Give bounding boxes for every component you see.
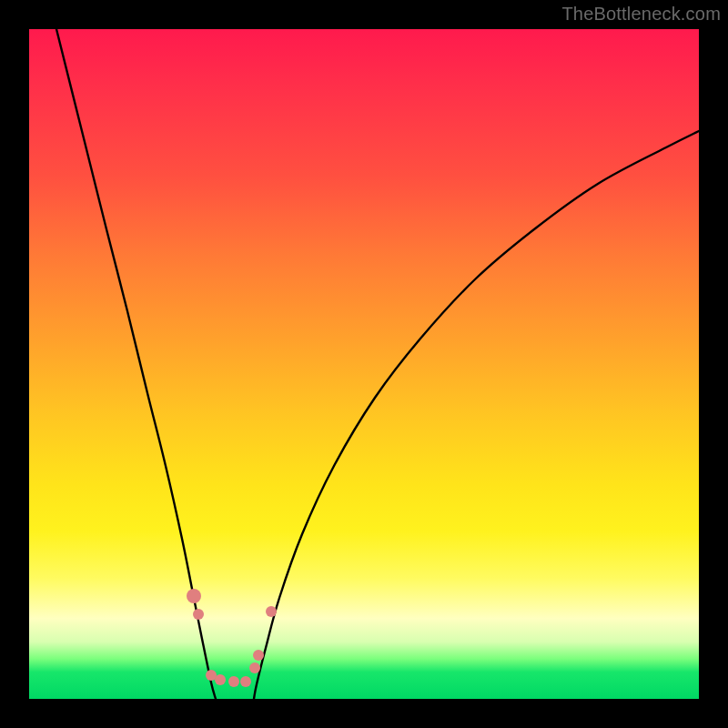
- watermark-text: TheBottleneck.com: [561, 4, 721, 25]
- data-point-marker: [253, 650, 264, 661]
- right-bottleneck-curve: [254, 131, 699, 699]
- plot-area: [29, 29, 699, 699]
- data-point-marker: [215, 674, 226, 685]
- curve-overlay-svg: [29, 29, 699, 699]
- data-point-marker: [228, 676, 239, 687]
- data-point-marker: [266, 606, 277, 617]
- data-point-marker: [240, 676, 251, 687]
- data-point-markers: [187, 589, 277, 687]
- image-frame: TheBottleneck.com: [0, 0, 728, 728]
- data-point-marker: [187, 589, 201, 603]
- data-point-marker: [249, 662, 260, 673]
- data-point-marker: [193, 609, 204, 620]
